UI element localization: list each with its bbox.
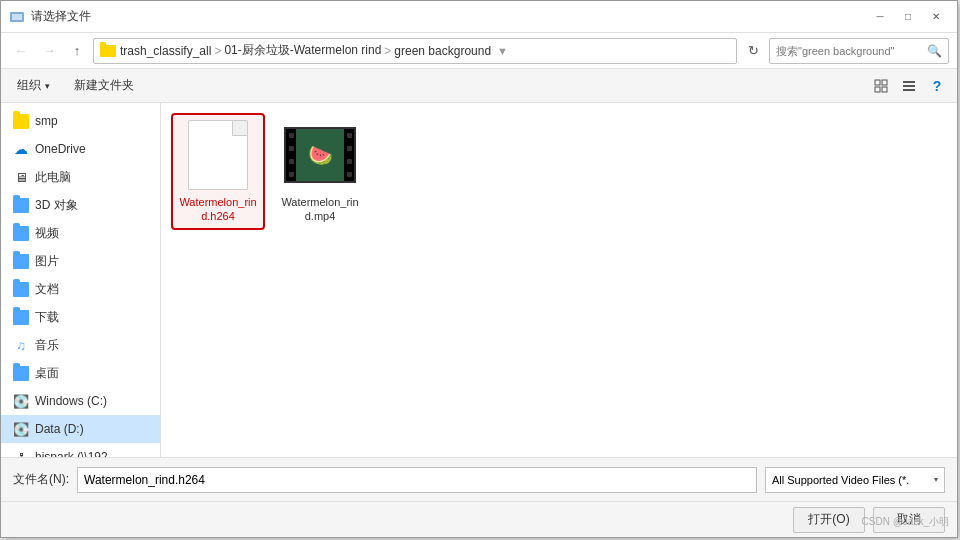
music-icon: ♫ [13, 338, 29, 352]
up-button[interactable]: ↑ [65, 39, 89, 63]
docs-folder-icon [13, 282, 29, 296]
sidebar-item-computer[interactable]: 🖥 此电脑 [1, 163, 160, 191]
file-item-h264[interactable]: Watermelon_rind.h264 [173, 115, 263, 228]
open-button[interactable]: 打开(O) [793, 507, 865, 533]
action-buttons-bar: 打开(O) 取消 [1, 501, 957, 537]
close-button[interactable]: ✕ [923, 7, 949, 27]
folder-icon [100, 45, 116, 57]
new-folder-button[interactable]: 新建文件夹 [66, 73, 142, 99]
filmstrip-left [286, 129, 296, 181]
view-mode-button-2[interactable] [897, 74, 921, 98]
view-mode-button-1[interactable] [869, 74, 893, 98]
filmstrip-hole [347, 172, 352, 177]
filmstrip-hole [289, 172, 294, 177]
sidebar-label-drive-d: Data (D:) [35, 422, 84, 436]
address-bar: ← → ↑ trash_classify_all > 01-厨余垃圾-Water… [1, 33, 957, 69]
refresh-button[interactable]: ↻ [741, 39, 765, 63]
sidebar-label-drive-c: Windows (C:) [35, 394, 107, 408]
video-preview-icon: 🍉 [308, 143, 333, 167]
title-buttons: ─ □ ✕ [867, 7, 949, 27]
breadcrumb-item-3[interactable]: green background [394, 44, 491, 58]
breadcrumb[interactable]: trash_classify_all > 01-厨余垃圾-Watermelon … [93, 38, 737, 64]
breadcrumb-dropdown-arrow[interactable]: ▼ [497, 45, 508, 57]
cloud-icon: ☁ [13, 142, 29, 156]
dropdown-arrow-icon: ▾ [934, 475, 938, 484]
breadcrumb-item-1[interactable]: trash_classify_all [120, 44, 211, 58]
filmstrip-hole [289, 159, 294, 164]
svg-rect-3 [882, 80, 887, 85]
filmstrip-right [344, 129, 354, 181]
sidebar-label-images: 图片 [35, 253, 59, 270]
svg-rect-7 [903, 85, 915, 87]
help-button[interactable]: ? [925, 74, 949, 98]
filmstrip-hole [347, 133, 352, 138]
maximize-button[interactable]: □ [895, 7, 921, 27]
network-icon: 🖧 [13, 450, 29, 457]
computer-icon: 🖥 [13, 170, 29, 184]
sidebar-item-docs[interactable]: 文档 [1, 275, 160, 303]
sidebar-item-drive-d[interactable]: 💽 Data (D:) [1, 415, 160, 443]
file-area: Watermelon_rind.h264 [161, 103, 957, 457]
file-icon-mp4: 🍉 [284, 119, 356, 191]
breadcrumb-sep-2: > [384, 44, 391, 58]
sidebar-item-smp[interactable]: smp [1, 107, 160, 135]
dialog-icon [9, 9, 25, 25]
search-icon: 🔍 [927, 44, 942, 58]
filmstrip-hole [347, 159, 352, 164]
svg-rect-5 [882, 87, 887, 92]
folder-icon [13, 114, 29, 128]
filename-bar: 文件名(N): All Supported Video Files (*. ▾ [1, 457, 957, 501]
sidebar-item-3d[interactable]: 3D 对象 [1, 191, 160, 219]
sidebar-item-onedrive[interactable]: ☁ OneDrive [1, 135, 160, 163]
sidebar: smp ☁ OneDrive 🖥 此电脑 3D 对象 [1, 103, 161, 457]
back-button[interactable]: ← [9, 39, 33, 63]
sidebar-label-onedrive: OneDrive [35, 142, 86, 156]
organize-button[interactable]: 组织 ▾ [9, 73, 58, 99]
search-input[interactable] [776, 45, 927, 57]
toolbar-right: ? [869, 74, 949, 98]
drive-c-icon: 💽 [13, 394, 29, 408]
file-label-mp4: Watermelon_rind.mp4 [279, 195, 361, 224]
breadcrumb-item-2[interactable]: 01-厨余垃圾-Watermelon rind [224, 42, 381, 59]
dialog-title: 请选择文件 [31, 8, 867, 25]
filename-label: 文件名(N): [13, 471, 69, 488]
sidebar-label-music: 音乐 [35, 337, 59, 354]
minimize-button[interactable]: ─ [867, 7, 893, 27]
sidebar-label-network: hispark (\\192.... [35, 450, 121, 457]
filmstrip: 🍉 [286, 129, 354, 181]
sidebar-label-smp: smp [35, 114, 58, 128]
sidebar-label-3d: 3D 对象 [35, 197, 78, 214]
sidebar-label-docs: 文档 [35, 281, 59, 298]
sidebar-label-downloads: 下载 [35, 309, 59, 326]
svg-rect-2 [875, 80, 880, 85]
main-content: smp ☁ OneDrive 🖥 此电脑 3D 对象 [1, 103, 957, 457]
sidebar-label-computer: 此电脑 [35, 169, 71, 186]
search-bar[interactable]: 🔍 [769, 38, 949, 64]
title-bar: 请选择文件 ─ □ ✕ [1, 1, 957, 33]
filmstrip-hole [347, 146, 352, 151]
file-label-h264: Watermelon_rind.h264 [177, 195, 259, 224]
document-icon [188, 120, 248, 190]
video-content: 🍉 [296, 129, 344, 181]
svg-rect-1 [12, 14, 22, 20]
filmstrip-hole [289, 146, 294, 151]
sidebar-label-video: 视频 [35, 225, 59, 242]
drive-d-icon: 💽 [13, 422, 29, 436]
svg-rect-4 [875, 87, 880, 92]
sidebar-item-images[interactable]: 图片 [1, 247, 160, 275]
breadcrumb-sep-1: > [214, 44, 221, 58]
sidebar-item-desktop[interactable]: 桌面 [1, 359, 160, 387]
filename-input[interactable] [77, 467, 757, 493]
forward-button[interactable]: → [37, 39, 61, 63]
svg-rect-6 [903, 81, 915, 83]
video-thumbnail: 🍉 [284, 127, 356, 183]
cancel-button[interactable]: 取消 [873, 507, 945, 533]
sidebar-item-network[interactable]: 🖧 hispark (\\192.... [1, 443, 160, 457]
sidebar-item-video[interactable]: 视频 [1, 219, 160, 247]
sidebar-item-downloads[interactable]: 下载 [1, 303, 160, 331]
file-icon-h264 [182, 119, 254, 191]
sidebar-item-music[interactable]: ♫ 音乐 [1, 331, 160, 359]
sidebar-item-drive-c[interactable]: 💽 Windows (C:) [1, 387, 160, 415]
file-item-mp4[interactable]: 🍉 Watermelon_rind.mp4 [275, 115, 365, 228]
filetype-dropdown[interactable]: All Supported Video Files (*. ▾ [765, 467, 945, 493]
